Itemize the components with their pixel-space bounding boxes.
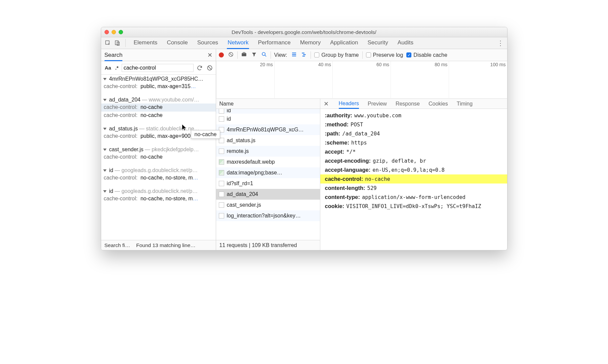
devtools-window: DevTools - developers.google.com/web/too… (101, 27, 508, 250)
detail-tab-timing[interactable]: Timing (457, 101, 473, 107)
header-line[interactable]: :authority:www.youtube.com (320, 111, 507, 120)
tab-performance[interactable]: Performance (257, 37, 291, 49)
screenshots-toggle-icon[interactable] (241, 51, 247, 59)
panel-body: Search ✕ Aa .* 4mrRnEPnWo81qWPG8_xcGP85H… (101, 49, 507, 250)
search-result-line[interactable]: cache-control: public, max-age=315… (101, 83, 216, 91)
detail-tab-response[interactable]: Response (396, 101, 420, 107)
header-line[interactable]: accept-language:en-US,en;q=0.9,la;q=0.8 (320, 165, 507, 174)
file-icon (219, 170, 224, 175)
search-status-right: Found 13 matching line… (136, 242, 196, 248)
search-result-line[interactable]: cache-control: no-cache, no-store, m… (101, 195, 216, 203)
header-line[interactable]: :path:/ad_data_204 (320, 129, 507, 138)
search-toggle-icon[interactable] (261, 51, 267, 59)
search-status-left: Search fi… (105, 242, 130, 248)
tab-audits[interactable]: Audits (397, 37, 414, 49)
search-result-line[interactable]: cache-control: no-cache, no-store, m… (101, 174, 216, 182)
header-line[interactable]: accept:*/* (320, 147, 507, 156)
clear-search-icon[interactable] (206, 64, 214, 72)
network-timeline[interactable]: 20 ms40 ms60 ms80 ms100 ms (216, 61, 507, 99)
search-result-line[interactable]: cache-control: no-cache (101, 104, 216, 112)
header-line[interactable]: :method:POST (320, 120, 507, 129)
header-line[interactable]: content-type:application/x-www-form-urle… (320, 193, 507, 202)
header-line[interactable]: content-length:529 (320, 184, 507, 193)
request-row[interactable]: cast_sender.js (216, 200, 320, 210)
search-results-footer: Search fi… Found 13 matching line… (101, 240, 216, 250)
header-list: :authority:www.youtube.com:method:POST:p… (320, 109, 507, 250)
request-name: log_interaction?alt=json&key… (227, 213, 317, 219)
file-icon (219, 138, 224, 143)
request-row[interactable]: data:image/png;base… (216, 167, 320, 178)
request-row[interactable]: id (216, 109, 320, 114)
request-name: id (227, 109, 317, 114)
waterfall-view-icon[interactable] (301, 51, 307, 59)
search-drawer-title: Search (105, 52, 123, 61)
search-result-file[interactable]: cast_sender.js — pkedcjkdefgpdelp… (101, 145, 216, 153)
search-result-file[interactable]: id — googleads.g.doubleclick.net/p… (101, 187, 216, 195)
request-name: maxresdefault.webp (227, 159, 317, 165)
search-drawer-close-icon[interactable]: ✕ (207, 51, 212, 59)
record-button[interactable] (219, 52, 224, 57)
svg-point-6 (262, 52, 265, 55)
overflow-menu-icon[interactable]: ⋮ (497, 39, 504, 47)
tab-console[interactable]: Console (166, 37, 188, 49)
close-detail-icon[interactable]: ✕ (324, 100, 329, 108)
group-by-frame-checkbox[interactable]: Group by frame (314, 52, 359, 58)
refresh-search-icon[interactable] (196, 64, 204, 72)
search-result-file[interactable]: id — googleads.g.doubleclick.net/p… (101, 166, 216, 174)
search-bar: Aa .* (101, 61, 216, 75)
large-rows-icon[interactable] (291, 51, 297, 59)
detail-tab-preview[interactable]: Preview (368, 101, 387, 107)
request-name: id?slf_rd=1 (227, 180, 317, 187)
filter-toggle-icon[interactable] (251, 51, 257, 59)
detail-tabs: ✕ HeadersPreviewResponseCookiesTiming (320, 99, 507, 109)
svg-rect-8 (303, 54, 306, 55)
timeline-tick: 80 ms (391, 61, 449, 99)
request-name: ad_data_204 (227, 191, 317, 197)
preserve-log-checkbox[interactable]: Preserve log (366, 52, 403, 58)
request-list: Name idid4mrRnEPnWo81qWPG8_xcG…ad_status… (216, 99, 320, 250)
header-line[interactable]: accept-encoding:gzip, deflate, br (320, 156, 507, 165)
file-icon (219, 149, 224, 154)
clear-button[interactable] (228, 51, 234, 59)
regex-toggle[interactable]: .* (114, 64, 120, 71)
file-icon (219, 192, 224, 197)
main-tabs: ElementsConsoleSourcesNetworkPerformance… (133, 37, 414, 49)
detail-tab-headers[interactable]: Headers (339, 100, 359, 109)
request-detail: ✕ HeadersPreviewResponseCookiesTiming :a… (320, 99, 507, 250)
header-line[interactable]: cookie:VISITOR_INFO1_LIVE=dDk0-xTswPs; Y… (320, 202, 507, 211)
tab-network[interactable]: Network (227, 37, 249, 49)
tab-elements[interactable]: Elements (133, 37, 158, 49)
file-icon (219, 116, 224, 122)
detail-tab-cookies[interactable]: Cookies (429, 101, 448, 107)
request-row[interactable]: ad_data_204 (216, 189, 320, 200)
search-input[interactable] (122, 64, 194, 72)
request-row[interactable]: ad_status.js (216, 135, 320, 146)
search-result-file[interactable]: ad_data_204 — www.youtube.com/… (101, 95, 216, 104)
tab-memory[interactable]: Memory (299, 37, 321, 49)
disable-cache-checkbox[interactable]: Disable cache (406, 52, 447, 58)
match-case-toggle[interactable]: Aa (104, 64, 112, 71)
request-row[interactable]: remote.js (216, 146, 320, 157)
timeline-tick: 20 ms (216, 61, 274, 99)
inspect-element-icon[interactable] (103, 38, 113, 48)
request-row[interactable]: id (216, 114, 320, 124)
request-row[interactable]: log_interaction?alt=json&key… (216, 210, 320, 221)
tab-application[interactable]: Application (329, 37, 359, 49)
request-list-summary: 11 requests | 109 KB transferred (216, 240, 320, 250)
request-row[interactable]: id?slf_rd=1 (216, 178, 320, 189)
device-toolbar-icon[interactable] (113, 38, 122, 48)
search-result-file[interactable]: 4mrRnEPnWo81qWPG8_xcGP85HC… (101, 75, 216, 83)
search-result-line[interactable]: cache-control: no-cache (101, 112, 216, 120)
tab-security[interactable]: Security (367, 37, 389, 49)
view-label: View: (274, 52, 287, 58)
request-name: remote.js (227, 148, 317, 154)
search-result-line[interactable]: cache-control: no-cache (101, 153, 216, 161)
titlebar: DevTools - developers.google.com/web/too… (101, 27, 507, 37)
header-line[interactable]: :scheme:https (320, 138, 507, 147)
request-row[interactable]: maxresdefault.webp (216, 157, 320, 167)
search-result-line[interactable]: cache-control: public, max-age=900 (101, 132, 216, 140)
search-result-file[interactable]: ad_status.js — static.doubleclick.ne… (101, 124, 216, 132)
tab-sources[interactable]: Sources (197, 37, 219, 49)
header-line[interactable]: cache-control:no-cache (320, 174, 507, 184)
request-row[interactable]: 4mrRnEPnWo81qWPG8_xcG… (216, 124, 320, 135)
